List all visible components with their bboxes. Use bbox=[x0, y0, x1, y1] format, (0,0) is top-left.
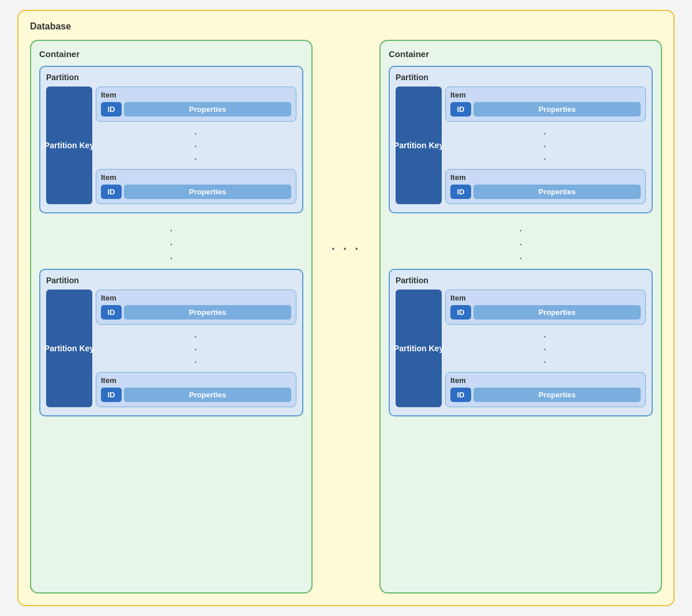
database-label: Database bbox=[30, 21, 662, 32]
partition-top-left-label: Partition bbox=[46, 73, 296, 82]
id-bottom-right-1: ID bbox=[450, 305, 471, 320]
partition-key-bottom-left: Partition Key bbox=[46, 290, 92, 407]
database-box: Database Container Partition Partition K… bbox=[17, 10, 675, 606]
id-top-left-1: ID bbox=[101, 102, 122, 117]
items-and-dots-top-left: Item ID Properties ··· Item I bbox=[96, 87, 296, 204]
item-bottom-right-2-label: Item bbox=[450, 376, 641, 385]
items-and-dots-bottom-right: Item ID Properties ··· Item ID Properti bbox=[445, 290, 646, 407]
properties-bottom-left-1: Properties bbox=[124, 305, 291, 320]
partition-key-top-right: Partition Key bbox=[396, 87, 442, 204]
item-bottom-left-1-label: Item bbox=[101, 294, 291, 302]
container-left: Container Partition Partition Key Item I… bbox=[30, 40, 313, 594]
between-partitions-left: ··· bbox=[39, 217, 303, 269]
containers-row: Container Partition Partition Key Item I… bbox=[30, 40, 662, 594]
dots-top-right: ··· bbox=[445, 124, 646, 167]
item-top-left-1-row: ID Properties bbox=[101, 102, 291, 117]
partition-top-right-inner: Partition Key Item ID Properties ··· bbox=[396, 87, 646, 204]
partition-bottom-right: Partition Partition Key Item ID Properti… bbox=[389, 269, 653, 416]
properties-bottom-right-2: Properties bbox=[473, 388, 641, 402]
item-bottom-right-1-row: ID Properties bbox=[450, 305, 641, 320]
items-and-dots-top-right: Item ID Properties ··· Item ID Properti bbox=[445, 87, 646, 204]
partition-bottom-right-inner: Partition Key Item ID Properties ··· bbox=[396, 290, 646, 407]
properties-top-left-1: Properties bbox=[124, 102, 291, 117]
item-top-left-2-row: ID Properties bbox=[101, 185, 291, 199]
partition-bottom-left-inner: Partition Key Item ID Properties ··· bbox=[46, 290, 296, 407]
partition-bottom-left-label: Partition bbox=[46, 276, 296, 285]
properties-top-right-2: Properties bbox=[473, 185, 641, 199]
partition-bottom-right-label: Partition bbox=[396, 276, 646, 285]
item-bottom-left-1: Item ID Properties bbox=[96, 290, 296, 325]
item-bottom-right-2: Item ID Properties bbox=[445, 372, 646, 407]
item-top-right-2: Item ID Properties bbox=[445, 169, 646, 204]
item-top-right-2-row: ID Properties bbox=[450, 185, 641, 199]
partition-top-left: Partition Partition Key Item ID Properti… bbox=[39, 66, 303, 213]
items-and-dots-bottom-left: Item ID Properties ··· Item ID Properti bbox=[96, 290, 296, 407]
container-right: Container Partition Partition Key Item I… bbox=[379, 40, 662, 594]
item-bottom-right-1: Item ID Properties bbox=[445, 290, 646, 325]
item-top-right-1-row: ID Properties bbox=[450, 102, 641, 117]
properties-top-left-2: Properties bbox=[124, 185, 291, 199]
properties-bottom-right-1: Properties bbox=[473, 305, 641, 320]
containers-ellipsis: · · · bbox=[330, 40, 362, 257]
item-top-right-1-label: Item bbox=[450, 91, 641, 99]
id-top-left-2: ID bbox=[101, 185, 122, 199]
item-bottom-right-1-label: Item bbox=[450, 294, 641, 302]
item-top-left-1-label: Item bbox=[101, 91, 291, 99]
container-left-label: Container bbox=[39, 49, 303, 59]
partition-top-right-label: Partition bbox=[396, 73, 646, 82]
partition-key-top-left: Partition Key bbox=[46, 87, 92, 204]
item-bottom-left-2-label: Item bbox=[101, 376, 291, 385]
container-right-label: Container bbox=[389, 49, 653, 59]
id-bottom-left-2: ID bbox=[101, 388, 122, 402]
item-top-left-2-label: Item bbox=[101, 173, 291, 182]
dots-bottom-left: ··· bbox=[96, 327, 296, 370]
id-bottom-right-2: ID bbox=[450, 388, 471, 402]
item-top-right-1: Item ID Properties bbox=[445, 87, 646, 122]
id-bottom-left-1: ID bbox=[101, 305, 122, 320]
item-top-left-2: Item ID Properties bbox=[96, 169, 296, 204]
item-top-left-1: Item ID Properties bbox=[96, 87, 296, 122]
partition-top-left-inner: Partition Key Item ID Properties ··· bbox=[46, 87, 296, 204]
dots-bottom-right: ··· bbox=[445, 327, 646, 370]
item-bottom-right-2-row: ID Properties bbox=[450, 388, 641, 402]
item-top-right-2-label: Item bbox=[450, 173, 641, 182]
properties-bottom-left-2: Properties bbox=[124, 388, 291, 402]
id-top-right-1: ID bbox=[450, 102, 471, 117]
item-bottom-left-2: Item ID Properties bbox=[96, 372, 296, 407]
dots-top-left: ··· bbox=[96, 124, 296, 167]
partition-bottom-left: Partition Partition Key Item ID Properti… bbox=[39, 269, 303, 416]
between-partitions-right: ··· bbox=[389, 217, 653, 269]
item-bottom-left-2-row: ID Properties bbox=[101, 388, 291, 402]
partition-top-right: Partition Partition Key Item ID Properti… bbox=[389, 66, 653, 213]
item-bottom-left-1-row: ID Properties bbox=[101, 305, 291, 320]
id-top-right-2: ID bbox=[450, 185, 471, 199]
properties-top-right-1: Properties bbox=[473, 102, 641, 117]
partition-key-bottom-right: Partition Key bbox=[396, 290, 442, 407]
